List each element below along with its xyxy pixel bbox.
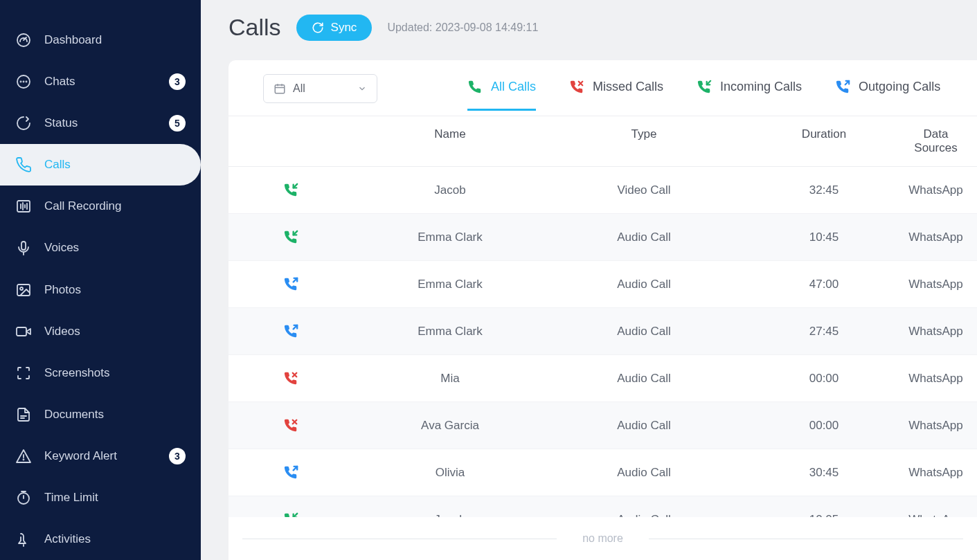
table-row[interactable]: Emma Clark Audio Call 27:45 WhatsApp — [228, 308, 977, 355]
main-content: Calls Sync Updated: 2023-09-08 14:49:11 … — [201, 0, 977, 560]
sidebar-item-label: Activities — [44, 532, 91, 546]
sidebar-item-call-recording[interactable]: Call Recording — [0, 186, 201, 227]
sidebar-item-time-limit[interactable]: Time Limit — [0, 477, 201, 518]
sidebar-item-activities[interactable]: Activities — [0, 518, 201, 560]
tab-missed-calls[interactable]: Missed Calls — [569, 80, 663, 111]
cell-name: Emma Clark — [353, 231, 547, 244]
sync-label: Sync — [331, 21, 357, 35]
updated-label: Updated: 2023-09-08 14:49:11 — [387, 21, 538, 34]
alert-icon — [15, 448, 32, 464]
sidebar-item-calls[interactable]: Calls — [0, 144, 201, 186]
svg-rect-5 — [17, 201, 30, 212]
recording-icon — [15, 198, 32, 215]
cell-name: Mia — [353, 372, 547, 386]
table-row[interactable]: Jacob Audio Call 10:05 WhatsApp — [228, 496, 977, 517]
sidebar-item-voices[interactable]: Voices — [0, 227, 201, 269]
sidebar-item-documents[interactable]: Documents — [0, 394, 201, 435]
col-duration: Duration — [741, 127, 907, 155]
svg-rect-12 — [17, 284, 30, 296]
cell-name: Emma Clark — [353, 278, 547, 291]
cell-type: Audio Call — [547, 278, 741, 291]
sidebar-badge: 3 — [169, 448, 186, 464]
cell-name: Jacob — [353, 183, 547, 197]
cell-duration: 32:45 — [741, 183, 907, 197]
cell-source: WhatsApp — [907, 231, 977, 244]
table-row[interactable]: Emma Clark Audio Call 10:45 WhatsApp — [228, 214, 977, 261]
svg-point-13 — [20, 287, 23, 290]
call-direction-icon — [228, 418, 353, 433]
cell-type: Audio Call — [547, 231, 741, 244]
table-row[interactable]: Mia Audio Call 00:00 WhatsApp — [228, 355, 977, 402]
sync-icon — [312, 21, 324, 34]
sidebar-item-label: Screenshots — [44, 366, 110, 380]
table-row[interactable]: Olivia Audio Call 30:45 WhatsApp — [228, 449, 977, 496]
cell-name: Emma Clark — [353, 325, 547, 338]
sidebar-item-videos[interactable]: Videos — [0, 311, 201, 352]
tab-all-calls[interactable]: All Calls — [467, 80, 536, 111]
svg-rect-14 — [17, 327, 26, 336]
sidebar-item-screenshots[interactable]: Screenshots — [0, 352, 201, 394]
tab-incoming-calls[interactable]: Incoming Calls — [697, 80, 802, 111]
col-name: Name — [353, 127, 547, 155]
timer-icon — [15, 489, 32, 506]
chevron-down-icon — [357, 84, 367, 93]
call-direction-icon — [228, 465, 353, 480]
cell-type: Audio Call — [547, 325, 741, 338]
tab-label: Missed Calls — [593, 80, 663, 94]
tab-outgoing-calls[interactable]: Outgoing Calls — [835, 80, 940, 111]
cell-duration: 00:00 — [741, 372, 907, 386]
cell-source: WhatsApp — [907, 183, 977, 197]
gauge-icon — [15, 32, 32, 48]
cell-duration: 27:45 — [741, 325, 907, 338]
call-direction-icon — [228, 324, 353, 339]
cell-type: Audio Call — [547, 466, 741, 480]
cell-type: Video Call — [547, 183, 741, 197]
tab-label: All Calls — [491, 80, 536, 94]
sync-button[interactable]: Sync — [296, 15, 373, 41]
phone-missed-icon — [569, 80, 584, 95]
call-direction-icon — [228, 371, 353, 386]
calls-card: All All CallsMissed CallsIncoming CallsO… — [228, 60, 977, 560]
table-body[interactable]: Jacob Video Call 32:45 WhatsApp Emma Cla… — [228, 167, 977, 517]
no-more-label: no more — [228, 517, 977, 560]
sidebar-item-photos[interactable]: Photos — [0, 269, 201, 310]
sidebar-item-label: Voices — [44, 241, 79, 255]
cell-source: WhatsApp — [907, 419, 977, 433]
table-row[interactable]: Ava Garcia Audio Call 00:00 WhatsApp — [228, 402, 977, 449]
activity-icon — [15, 531, 32, 548]
cell-duration: 47:00 — [741, 278, 907, 291]
cell-type: Audio Call — [547, 372, 741, 386]
cell-source: WhatsApp — [907, 325, 977, 338]
cell-type: Audio Call — [547, 419, 741, 433]
sidebar-item-status[interactable]: Status 5 — [0, 102, 201, 144]
table-row[interactable]: Emma Clark Audio Call 47:00 WhatsApp — [228, 261, 977, 308]
status-icon — [15, 115, 32, 132]
cell-duration: 00:00 — [741, 419, 907, 433]
date-filter-select[interactable]: All — [263, 74, 377, 103]
sidebar-item-chats[interactable]: Chats 3 — [0, 61, 201, 102]
sidebar-item-keyword-alert[interactable]: Keyword Alert 3 — [0, 435, 201, 477]
svg-point-2 — [21, 82, 21, 82]
phone-all-icon — [467, 80, 483, 95]
sidebar-item-dashboard[interactable]: Dashboard — [0, 19, 201, 61]
sidebar-item-label: Status — [44, 116, 78, 130]
chat-icon — [15, 73, 32, 90]
tab-label: Outgoing Calls — [859, 80, 940, 94]
table-row[interactable]: Jacob Video Call 32:45 WhatsApp — [228, 167, 977, 214]
phone-in-icon — [697, 80, 712, 95]
col-type: Type — [547, 127, 741, 155]
sidebar-item-label: Photos — [44, 283, 81, 297]
sidebar-item-label: Videos — [44, 325, 80, 338]
svg-rect-10 — [21, 242, 26, 250]
cell-name: Olivia — [353, 466, 547, 480]
col-sources: Data Sources — [907, 127, 977, 155]
header-row: Calls Sync Updated: 2023-09-08 14:49:11 — [228, 14, 977, 41]
tab-label: Incoming Calls — [720, 80, 802, 94]
sidebar: Dashboard Chats 3 Status 5 Calls Call Re… — [0, 0, 201, 560]
sidebar-item-label: Keyword Alert — [44, 449, 117, 463]
sidebar-item-label: Call Recording — [44, 199, 122, 213]
photo-icon — [15, 282, 32, 298]
table-header: Name Type Duration Data Sources — [228, 116, 977, 167]
sidebar-item-label: Chats — [44, 75, 75, 89]
cell-duration: 10:45 — [741, 231, 907, 244]
